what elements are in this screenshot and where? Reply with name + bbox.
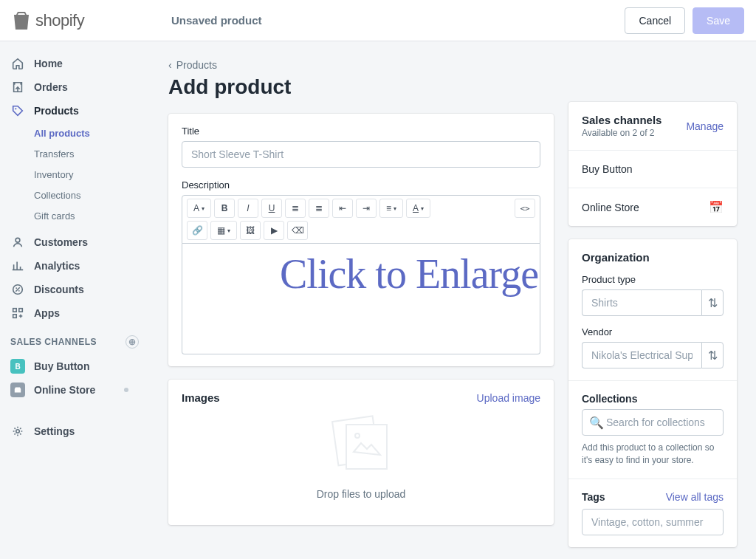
upload-image-link[interactable]: Upload image (477, 392, 540, 404)
sidebar-sub-gift-cards[interactable]: Gift cards (0, 205, 149, 226)
rte-html[interactable]: <> (515, 199, 535, 218)
vendor-input[interactable] (582, 342, 701, 368)
product-type-dropdown[interactable]: ⇅ (701, 289, 724, 316)
sidebar-sub-inventory[interactable]: Inventory (0, 164, 149, 185)
svg-point-0 (15, 108, 16, 109)
images-card: Images Upload image Drop files to upload (168, 380, 554, 525)
rte-italic[interactable]: I (238, 199, 258, 218)
rte-text-color[interactable]: A ▾ (406, 199, 430, 218)
rte-outdent[interactable]: ⇤ (332, 199, 353, 218)
product-type-input[interactable] (582, 289, 701, 316)
logo[interactable]: shopify (12, 10, 149, 31)
sidebar-item-products[interactable]: Products (0, 99, 149, 123)
save-button[interactable]: Save (693, 7, 744, 34)
rte-image[interactable]: 🖼 (240, 221, 261, 240)
vendor-label: Vendor (582, 326, 724, 337)
sidebar-item-apps[interactable]: Apps (0, 301, 149, 325)
sidebar: Home Orders Products All products Transf… (0, 41, 149, 559)
images-heading: Images (182, 391, 220, 404)
sidebar-item-label: Analytics (34, 260, 80, 272)
svg-point-4 (18, 290, 20, 292)
svg-rect-6 (19, 309, 23, 312)
rte-align[interactable]: ≡ ▾ (379, 199, 403, 218)
product-details-card: Title Description A ▾ B I U ≣ ≣ ⇤ ⇥ (168, 114, 554, 366)
title-input[interactable] (182, 141, 540, 168)
discounts-icon (10, 282, 25, 297)
sidebar-item-label: Discounts (34, 284, 84, 295)
rte-font-family[interactable]: A ▾ (187, 199, 211, 218)
chevron-left-icon: ‹ (168, 59, 172, 71)
add-channel-button[interactable]: ⊕ (126, 335, 139, 349)
organization-heading: Organization (582, 251, 724, 264)
sales-available-text: Available on 2 of 2 (582, 128, 662, 138)
sidebar-sub-transfers[interactable]: Transfers (0, 143, 149, 164)
product-type-label: Product type (582, 274, 724, 285)
tags-input[interactable] (582, 509, 724, 535)
drop-text: Drop files to upload (182, 488, 540, 500)
topbar: shopify Unsaved product Cancel Save (0, 0, 756, 41)
image-placeholder-icon (324, 411, 398, 478)
analytics-icon (10, 258, 25, 273)
rte-link[interactable]: 🔗 (187, 221, 207, 240)
rte-toolbar: A ▾ B I U ≣ ≣ ⇤ ⇥ ≡ ▾ A ▾ <> (182, 195, 540, 244)
rte-table[interactable]: ▦ ▾ (210, 221, 237, 240)
channel-row-buy-button: Buy Button (568, 150, 737, 188)
sidebar-item-home[interactable]: Home (0, 52, 149, 75)
rte-bold[interactable]: B (214, 199, 235, 218)
channel-buy-button[interactable]: B Buy Button (0, 354, 149, 378)
unsaved-product-label: Unsaved product (149, 14, 625, 27)
channel-online-store[interactable]: Online Store (0, 378, 149, 402)
products-icon (10, 103, 25, 118)
vendor-dropdown[interactable]: ⇅ (701, 342, 724, 368)
description-editor[interactable] (182, 244, 540, 354)
calendar-icon[interactable]: 📅 (709, 200, 724, 214)
organization-card: Organization Product type ⇅ Vendor ⇅ Col… (568, 239, 737, 547)
rte-indent[interactable]: ⇥ (356, 199, 377, 218)
shopify-bag-icon (12, 10, 31, 31)
gear-icon (10, 424, 25, 439)
rte-bullet-list[interactable]: ≣ (285, 199, 306, 218)
sidebar-item-orders[interactable]: Orders (0, 75, 149, 99)
sales-channels-card: Sales channels Available on 2 of 2 Manag… (568, 102, 737, 226)
manage-channels-link[interactable]: Manage (686, 120, 724, 132)
sales-channels-header: SALES CHANNELS ⊕ (0, 325, 149, 354)
sidebar-item-label: Home (34, 58, 63, 69)
breadcrumb[interactable]: ‹ Products (168, 59, 554, 71)
rte-video[interactable]: ▶ (264, 221, 284, 240)
rte-underline[interactable]: U (261, 199, 282, 218)
logo-text: shopify (35, 11, 84, 30)
sidebar-sub-collections[interactable]: Collections (0, 185, 149, 205)
svg-point-3 (16, 287, 17, 289)
svg-point-8 (16, 430, 20, 433)
cancel-button[interactable]: Cancel (625, 7, 685, 34)
svg-rect-10 (346, 425, 387, 469)
sidebar-item-label: Apps (34, 307, 60, 319)
page-title: Add product (168, 75, 554, 99)
main-content: ‹ Products Add product Title Description… (149, 41, 756, 559)
sidebar-item-label: Customers (34, 236, 88, 248)
sidebar-sub-all-products[interactable]: All products (0, 123, 149, 143)
sidebar-item-settings[interactable]: Settings (0, 419, 149, 443)
search-icon: 🔍 (589, 416, 604, 430)
customers-icon (10, 235, 25, 250)
description-label: Description (182, 179, 540, 191)
orders-icon (10, 80, 25, 95)
sidebar-item-label: Products (34, 105, 79, 117)
svg-rect-5 (13, 309, 17, 312)
online-store-icon (10, 383, 25, 397)
tags-label: Tags (582, 491, 605, 503)
images-dropzone[interactable]: Drop files to upload (182, 404, 540, 513)
sidebar-item-customers[interactable]: Customers (0, 230, 149, 254)
rte-number-list[interactable]: ≣ (309, 199, 329, 218)
apps-icon (10, 306, 25, 320)
sidebar-item-analytics[interactable]: Analytics (0, 254, 149, 278)
channel-row-online-store: Online Store 📅 (568, 188, 737, 226)
sidebar-item-discounts[interactable]: Discounts (0, 278, 149, 301)
collections-help: Add this product to a collection so it's… (582, 442, 724, 467)
pin-indicator-icon (124, 388, 128, 392)
svg-rect-7 (13, 315, 17, 318)
collections-label: Collections (582, 393, 724, 405)
rte-clear-format[interactable]: ⌫ (287, 221, 308, 240)
buy-button-icon: B (10, 359, 25, 374)
view-all-tags-link[interactable]: View all tags (666, 491, 724, 503)
